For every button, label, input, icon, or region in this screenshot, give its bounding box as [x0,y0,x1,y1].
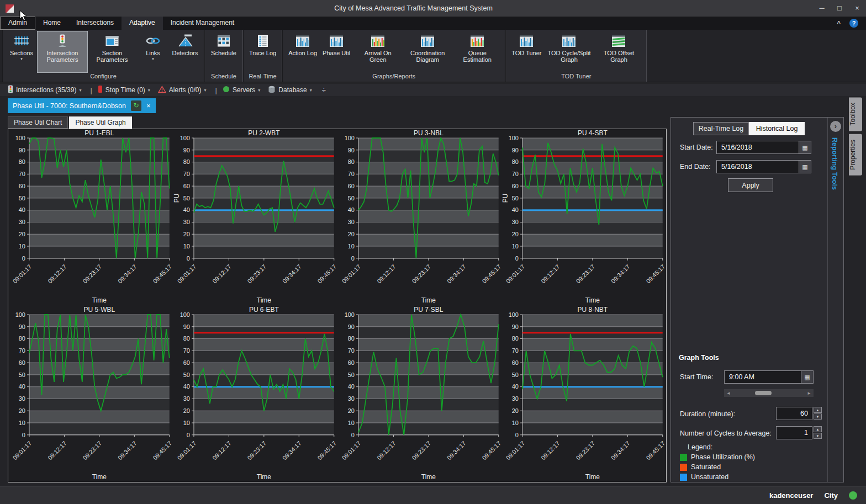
cycles-stepper[interactable]: 1 ▲ ▼ [776,426,822,439]
chevron-down-icon: ▾ [79,88,81,93]
svg-text:100: 100 [15,135,25,141]
tab-close-icon[interactable]: × [146,102,151,110]
coordination-diagram-button[interactable]: Coordination Diagram [403,31,452,72]
tod-offset-graph-button[interactable]: TOD Offset Graph [594,31,643,72]
svg-text:09:12:17: 09:12:17 [540,439,561,461]
svg-text:09:45:17: 09:45:17 [645,439,666,461]
alerts-dropdown[interactable]: Alerts (0/0)▾ [158,86,207,95]
trace-log-button[interactable]: Trace Log [246,31,279,72]
apply-button[interactable]: Apply [728,178,773,192]
servers-dropdown[interactable]: Servers▾ [223,86,260,94]
duration-value[interactable]: 60 [776,407,812,420]
links-button[interactable]: Links▾ [137,31,169,72]
svg-text:0: 0 [187,431,190,438]
tod-cycle-split-graph-button[interactable]: TOD Cycle/Split Graph [544,31,594,72]
ribbon-tab-home[interactable]: Home [35,17,68,30]
calendar-icon[interactable]: ▦ [801,371,813,383]
schedule-button[interactable]: Schedule [208,31,240,72]
minimize-button[interactable]: ─ [813,0,831,17]
svg-text:09:23:17: 09:23:17 [246,439,267,461]
time-slider[interactable]: ◄ ► [724,389,814,397]
button-label: Detectors [172,50,198,56]
svg-text:PU 3-NBL: PU 3-NBL [413,129,443,137]
svg-text:09:01:17: 09:01:17 [12,439,33,461]
historical-log-button[interactable]: Historical Log [749,122,805,135]
svg-text:09:12:17: 09:12:17 [46,263,68,285]
logged-in-user: kadenceuser [769,491,814,500]
svg-text:60: 60 [512,183,519,189]
connection-status-icon [849,491,857,500]
group-label: Configure [3,72,204,82]
calendar-icon[interactable]: ▦ [799,141,811,153]
section-parameters-button[interactable]: Section Parameters [87,31,137,72]
spin-up-icon[interactable]: ▲ [814,426,822,432]
end-date-input[interactable]: 5/16/2018 ▦ [716,160,811,173]
cycles-value[interactable]: 1 [776,426,812,439]
action-log-button[interactable]: Action Log [286,31,320,72]
ribbon-tab-admin[interactable]: Admin [0,17,35,30]
expand-panel-button[interactable]: › [830,121,841,132]
slider-left-arrow[interactable]: ◄ [726,391,731,396]
tab-phase-util-chart[interactable]: Phase Util Chart [8,116,68,129]
queue-estimation-button[interactable]: Queue Estimation [452,31,502,72]
bar-graph-blue-icon [518,33,535,49]
svg-text:50: 50 [347,195,354,201]
svg-text:09:12:17: 09:12:17 [211,439,233,461]
svg-text:20: 20 [183,231,190,237]
reporting-panel: Real-Time Log Historical Log Start Date:… [670,117,844,482]
svg-text:90: 90 [512,147,519,153]
svg-text:70: 70 [19,347,25,354]
separator: | [90,86,92,94]
intersections-dropdown[interactable]: Intersections (35/39)▾ [8,85,81,95]
slider-thumb[interactable] [755,391,772,395]
svg-text:50: 50 [183,371,190,378]
svg-text:10: 10 [347,420,354,426]
ribbon-collapse-icon[interactable]: ^ [837,20,841,26]
svg-text:20: 20 [183,407,190,414]
intersection-parameters-button[interactable]: Intersection Parameters [38,31,87,72]
ribbon: Sections▾Intersection ParametersSection … [0,30,866,82]
slider-right-arrow[interactable]: ► [807,391,811,396]
tod-tuner-button[interactable]: TOD Tuner [509,31,544,72]
calendar-icon [215,33,232,49]
stop-time-dropdown[interactable]: Stop Time (0)▾ [98,85,150,95]
ribbon-tab-adaptive[interactable]: Adaptive [122,17,163,30]
svg-text:09:23:17: 09:23:17 [575,263,596,285]
svg-text:90: 90 [183,147,190,153]
svg-text:09:12:17: 09:12:17 [211,263,233,285]
status-item-label: Database [278,86,307,94]
reporting-tools-tab[interactable]: Reporting Tools [831,137,838,190]
start-time-input[interactable]: 9:00 AM ▦ [724,370,814,384]
svg-text:10: 10 [183,243,190,250]
maximize-button[interactable]: □ [831,0,848,17]
ribbon-tab-intersections[interactable]: Intersections [68,17,122,30]
close-button[interactable]: × [848,0,866,17]
spin-down-icon[interactable]: ▼ [814,413,822,420]
start-date-input[interactable]: 5/16/2018 ▦ [716,141,811,154]
refresh-icon[interactable]: ↻ [131,100,141,111]
tab-phase-util-graph[interactable]: Phase Util Graph [69,116,131,129]
svg-text:20: 20 [19,407,25,414]
ribbon-tab-incident-management[interactable]: Incident Management [163,17,242,30]
svg-text:30: 30 [19,395,25,402]
svg-text:PU: PU [501,194,509,203]
tab-toolbox[interactable]: Toolbox [849,97,862,131]
arrival-on-green-button[interactable]: Arrival On Green [353,31,403,72]
duration-stepper[interactable]: 60 ▲ ▼ [776,407,822,420]
svg-text:0: 0 [351,431,354,438]
sections-button[interactable]: Sections▾ [6,31,38,72]
svg-text:09:34:17: 09:34:17 [445,263,467,285]
spin-down-icon[interactable]: ▼ [814,433,822,439]
overflow-icon[interactable]: ÷ [322,86,326,94]
document-tab[interactable]: Phase Util - 7000: Southern&Dobson ↻ × [8,98,156,113]
calendar-icon[interactable]: ▦ [799,161,811,173]
detectors-button[interactable]: Detectors [169,31,201,72]
group-label: Real-Time [244,72,282,82]
database-dropdown[interactable]: Database▾ [268,86,311,95]
tab-properties[interactable]: Properties [849,134,862,176]
phase-util-button[interactable]: Phase Util [320,31,353,72]
help-icon[interactable]: ? [849,19,858,28]
svg-text:Time: Time [421,296,435,304]
spin-up-icon[interactable]: ▲ [814,407,822,413]
real-time-log-button[interactable]: Real-Time Log [693,122,749,135]
